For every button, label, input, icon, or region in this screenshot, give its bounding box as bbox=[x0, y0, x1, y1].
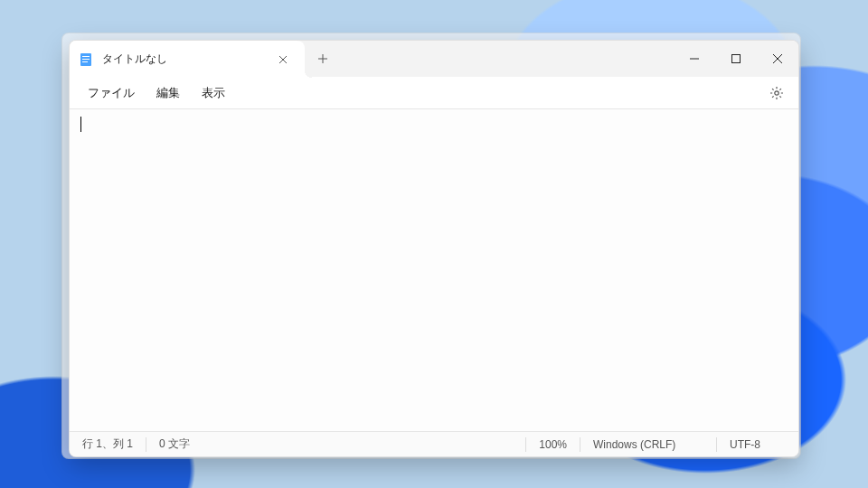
new-tab-button[interactable] bbox=[310, 46, 335, 71]
notepad-window: タイトルなし ファイル 編集 表示 bbox=[69, 40, 799, 457]
svg-point-5 bbox=[775, 90, 778, 94]
minimize-icon bbox=[690, 54, 699, 63]
tab-untitled[interactable]: タイトルなし bbox=[70, 41, 305, 78]
tab-close-button[interactable] bbox=[270, 47, 296, 72]
menubar: ファイル 編集 表示 bbox=[70, 77, 798, 109]
maximize-button[interactable] bbox=[715, 41, 757, 77]
notepad-icon bbox=[79, 52, 93, 67]
status-cursor-position: 行 1、列 1 bbox=[70, 432, 146, 456]
text-editor[interactable] bbox=[70, 109, 798, 431]
svg-rect-2 bbox=[82, 59, 90, 60]
titlebar[interactable]: タイトルなし bbox=[70, 41, 798, 77]
svg-rect-3 bbox=[82, 61, 88, 62]
statusbar: 行 1、列 1 0 文字 100% Windows (CRLF) UTF-8 bbox=[70, 431, 798, 456]
tab-title: タイトルなし bbox=[102, 52, 261, 67]
close-icon bbox=[773, 54, 782, 63]
close-window-button[interactable] bbox=[757, 41, 798, 77]
minimize-button[interactable] bbox=[674, 41, 715, 77]
text-caret bbox=[80, 117, 81, 132]
svg-line-13 bbox=[772, 96, 774, 98]
svg-rect-4 bbox=[732, 55, 741, 63]
svg-line-11 bbox=[779, 96, 781, 98]
svg-line-12 bbox=[779, 89, 781, 90]
plus-icon bbox=[318, 54, 327, 63]
maximize-icon bbox=[731, 54, 741, 63]
window-controls bbox=[674, 41, 798, 77]
svg-line-10 bbox=[772, 89, 774, 90]
menu-view[interactable]: 表示 bbox=[191, 80, 236, 107]
menu-file[interactable]: ファイル bbox=[77, 80, 146, 107]
settings-button[interactable] bbox=[762, 79, 791, 108]
status-encoding[interactable]: UTF-8 bbox=[717, 432, 798, 456]
status-zoom[interactable]: 100% bbox=[526, 432, 580, 456]
close-icon bbox=[278, 55, 288, 64]
menu-edit[interactable]: 編集 bbox=[146, 80, 191, 107]
svg-rect-1 bbox=[82, 56, 90, 57]
gear-icon bbox=[769, 86, 784, 100]
status-char-count: 0 文字 bbox=[146, 432, 203, 456]
status-line-ending[interactable]: Windows (CRLF) bbox=[580, 432, 716, 456]
